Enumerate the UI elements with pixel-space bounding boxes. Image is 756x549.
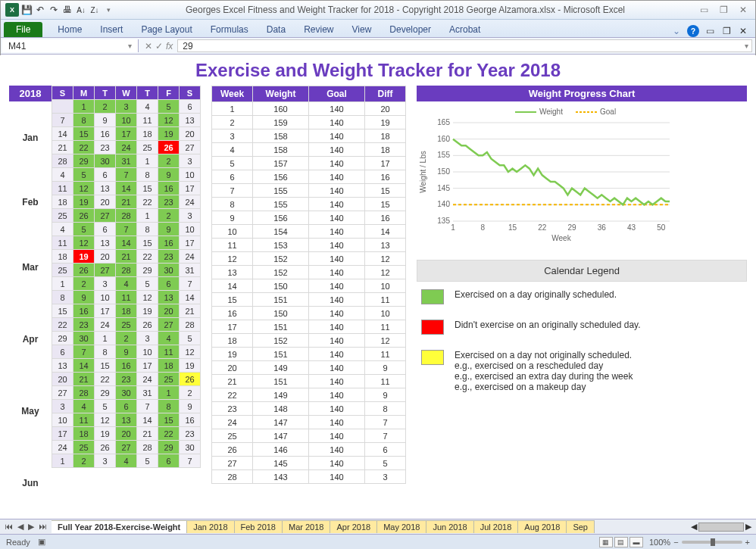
cal-cell[interactable]: 6 — [95, 223, 116, 236]
ribbon-tab-page-layout[interactable]: Page Layout — [132, 22, 201, 37]
redo-icon[interactable]: ↷ — [48, 4, 60, 16]
cal-cell[interactable]: 10 — [116, 114, 137, 127]
wtable-cell[interactable]: 11 — [365, 320, 406, 334]
cal-cell[interactable]: 29 — [137, 264, 158, 277]
cal-cell[interactable]: 4 — [158, 332, 180, 345]
cal-cell[interactable]: 18 — [52, 250, 73, 264]
cal-cell[interactable]: 28 — [116, 264, 137, 277]
cal-cell[interactable]: 18 — [73, 427, 95, 441]
cal-cell[interactable]: 4 — [116, 277, 137, 291]
cal-cell[interactable]: 26 — [95, 441, 116, 454]
wtable-cell[interactable]: 140 — [309, 334, 365, 348]
hscroll-track[interactable] — [698, 522, 744, 532]
wtable-cell[interactable]: 13 — [365, 239, 406, 252]
wtable-cell[interactable]: 155 — [253, 184, 309, 198]
cal-cell[interactable]: 20 — [116, 427, 137, 441]
wtable-cell[interactable]: 12 — [365, 334, 406, 348]
cal-cell[interactable]: 30 — [158, 264, 180, 277]
cal-cell[interactable]: 28 — [137, 441, 158, 454]
cal-cell[interactable]: 14 — [116, 236, 137, 250]
wtable-cell[interactable]: 9 — [365, 388, 406, 402]
sheet-tab[interactable]: Mar 2018 — [282, 520, 330, 533]
cal-cell[interactable]: 7 — [116, 168, 137, 182]
file-tab[interactable]: File — [4, 22, 42, 37]
ribbon-tab-acrobat[interactable]: Acrobat — [440, 22, 489, 37]
wtable-cell[interactable]: 13 — [212, 266, 253, 279]
cal-cell[interactable]: 17 — [137, 359, 158, 373]
cal-cell[interactable]: 21 — [116, 250, 137, 264]
cal-cell[interactable] — [52, 100, 73, 114]
cal-cell[interactable]: 13 — [95, 236, 116, 250]
cal-cell[interactable]: 29 — [158, 441, 180, 454]
cal-cell[interactable]: 13 — [95, 182, 116, 195]
wtable-cell[interactable]: 24 — [212, 416, 253, 429]
cal-cell[interactable]: 17 — [180, 182, 201, 195]
wtable-cell[interactable]: 140 — [309, 470, 365, 484]
cal-cell[interactable]: 23 — [73, 318, 95, 332]
cal-cell[interactable]: 18 — [158, 359, 180, 373]
wtable-cell[interactable]: 140 — [309, 307, 365, 320]
cal-cell[interactable]: 18 — [52, 195, 73, 209]
cal-cell[interactable]: 4 — [73, 400, 95, 413]
cal-cell[interactable]: 7 — [73, 345, 95, 359]
cal-cell[interactable]: 30 — [180, 441, 201, 454]
cal-cell[interactable]: 21 — [73, 373, 95, 386]
wtable-cell[interactable]: 140 — [309, 279, 365, 293]
worksheet[interactable]: Exercise and Weight Tracker for Year 201… — [0, 55, 756, 519]
cal-cell[interactable]: 26 — [158, 141, 180, 154]
cal-cell[interactable]: 23 — [95, 141, 116, 154]
wtable-cell[interactable]: 25 — [212, 429, 253, 443]
cal-cell[interactable]: 27 — [95, 264, 116, 277]
cal-cell[interactable]: 14 — [116, 182, 137, 195]
sheet-tab[interactable]: Jul 2018 — [473, 520, 519, 533]
cal-cell[interactable]: 17 — [180, 236, 201, 250]
ribbon-tab-home[interactable]: Home — [48, 22, 91, 37]
cal-cell[interactable]: 31 — [116, 154, 137, 168]
cal-cell[interactable]: 31 — [137, 386, 158, 400]
cal-cell[interactable]: 10 — [95, 291, 116, 304]
wtable-cell[interactable]: 7 — [212, 184, 253, 198]
cal-cell[interactable]: 4 — [137, 100, 158, 114]
wtable-cell[interactable]: 22 — [212, 388, 253, 402]
wtable-cell[interactable]: 3 — [365, 470, 406, 484]
cal-cell[interactable]: 20 — [180, 127, 201, 141]
cal-cell[interactable]: 27 — [95, 209, 116, 223]
wtable-cell[interactable]: 11 — [365, 348, 406, 361]
cal-cell[interactable]: 9 — [95, 114, 116, 127]
ribbon-tab-formulas[interactable]: Formulas — [201, 22, 258, 37]
wtable-cell[interactable]: 152 — [253, 334, 309, 348]
save-icon[interactable]: 💾 — [20, 4, 33, 16]
wtable-cell[interactable]: 156 — [253, 170, 309, 184]
cal-cell[interactable]: 28 — [180, 318, 201, 332]
cal-cell[interactable]: 6 — [95, 168, 116, 182]
wtable-cell[interactable]: 158 — [253, 129, 309, 143]
ribbon-tab-data[interactable]: Data — [258, 22, 295, 37]
wtable-cell[interactable]: 140 — [309, 457, 365, 470]
wtable-cell[interactable]: 5 — [365, 457, 406, 470]
wtable-cell[interactable]: 1 — [212, 102, 253, 116]
cal-cell[interactable]: 26 — [137, 318, 158, 332]
cal-cell[interactable]: 19 — [137, 304, 158, 318]
wtable-cell[interactable]: 152 — [253, 266, 309, 279]
cal-cell[interactable]: 1 — [73, 100, 95, 114]
cal-cell[interactable]: 22 — [73, 141, 95, 154]
cal-cell[interactable]: 3 — [95, 277, 116, 291]
wtable-cell[interactable]: 140 — [309, 320, 365, 334]
doc-close-icon[interactable]: ✕ — [737, 25, 749, 37]
wtable-cell[interactable]: 10 — [212, 225, 253, 239]
cal-cell[interactable]: 23 — [158, 250, 180, 264]
cal-cell[interactable]: 24 — [95, 318, 116, 332]
wtable-cell[interactable]: 140 — [309, 266, 365, 279]
cal-cell[interactable]: 25 — [52, 209, 73, 223]
cal-cell[interactable]: 24 — [116, 141, 137, 154]
wtable-cell[interactable]: 140 — [309, 416, 365, 429]
wtable-cell[interactable]: 16 — [212, 307, 253, 320]
wtable-cell[interactable]: 140 — [309, 252, 365, 266]
cal-cell[interactable]: 16 — [158, 236, 180, 250]
cal-cell[interactable]: 9 — [180, 400, 201, 413]
ribbon-tab-insert[interactable]: Insert — [91, 22, 132, 37]
sheet-tab[interactable]: Aug 2018 — [517, 520, 567, 533]
wtable-cell[interactable]: 7 — [365, 416, 406, 429]
cal-cell[interactable]: 20 — [158, 304, 180, 318]
cal-cell[interactable]: 18 — [137, 127, 158, 141]
